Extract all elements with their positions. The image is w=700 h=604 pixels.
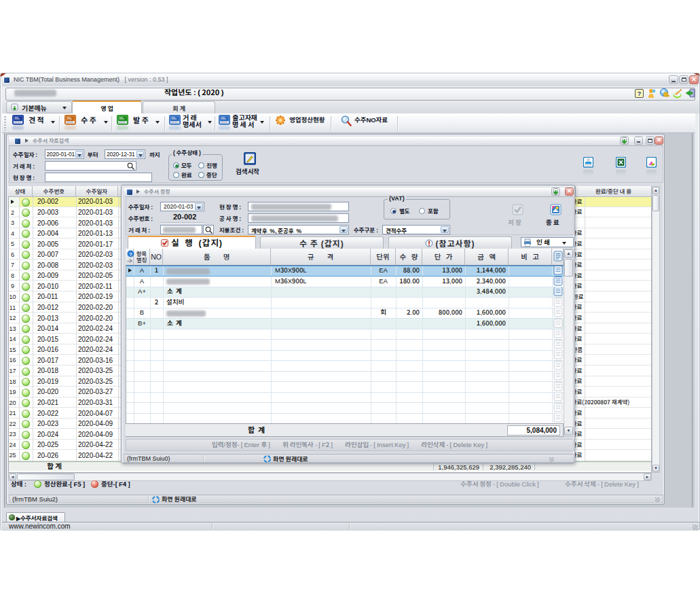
svg-text:?: ? [129, 250, 132, 257]
